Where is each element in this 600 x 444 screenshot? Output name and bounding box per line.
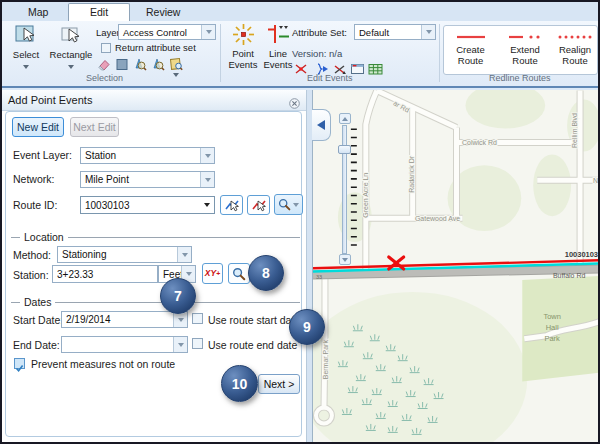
method-combo[interactable]: Stationing: [57, 246, 192, 263]
street-label-gatewood: Gatewood Ave: [415, 215, 460, 222]
line-events-button[interactable]: Line Events: [261, 23, 295, 70]
attribute-set-combo[interactable]: Default: [354, 24, 436, 40]
method-value: Stationing: [58, 249, 177, 260]
realign-route-label: Realign Route: [554, 44, 596, 66]
event-layer-value: Station: [81, 150, 200, 161]
tab-map[interactable]: Map: [14, 4, 62, 21]
collapse-panel-tab[interactable]: [312, 109, 331, 141]
location-group: Location: [11, 231, 300, 243]
end-date-dropdown-icon[interactable]: [173, 337, 187, 352]
attribute-set-dropdown-icon[interactable]: [421, 25, 435, 39]
xy-plus-icon: +: [216, 270, 220, 277]
park-label: Town Hall Park: [543, 312, 560, 343]
rectangle-icon: [59, 38, 83, 49]
selection-more-dropdown-icon[interactable]: [173, 73, 179, 77]
ribbon-tab-bar: Map Edit Review: [2, 2, 598, 21]
street-label-rellim: Rellim Blvd: [571, 113, 578, 148]
tab-edit[interactable]: Edit: [68, 3, 130, 21]
return-attribute-set-label: Return attribute set: [115, 42, 196, 53]
location-legend: Location: [20, 231, 68, 243]
point-events-label: Point Events: [226, 48, 260, 70]
extend-route-icon: [505, 33, 545, 44]
prevent-measures-checkbox[interactable]: [14, 358, 25, 369]
route-id-label: Route ID:: [13, 199, 57, 211]
svg-text:Park: Park: [544, 334, 560, 343]
panel-title: Add Point Events: [8, 94, 92, 106]
route-search-button[interactable]: [274, 194, 303, 215]
svg-text:Town: Town: [543, 312, 560, 321]
tab-review[interactable]: Review: [132, 4, 194, 21]
up-arrow-icon: [342, 117, 348, 121]
station-input[interactable]: 3+23.33: [52, 265, 158, 283]
realign-route-icon: [555, 33, 595, 44]
street-label-buffalo: Buffalo Rd: [553, 272, 586, 279]
route-id-value: 10030103: [81, 200, 200, 211]
zoom-slider-handle[interactable]: [338, 145, 351, 154]
return-attribute-set-checkbox[interactable]: [101, 43, 111, 53]
station-search-button[interactable]: [228, 263, 250, 284]
layer-value: Access Control: [119, 27, 201, 38]
checkmark-icon: [15, 364, 24, 373]
map-view[interactable]: ar Rd Colwick Rd Rellim Blvd Radarick Dr…: [312, 90, 598, 442]
route-point-x-marker: [389, 257, 404, 269]
event-layer-label: Event Layer:: [13, 149, 72, 161]
method-label: Method:: [13, 249, 51, 261]
use-route-start-date-label: Use route start date: [208, 314, 300, 326]
new-edit-button[interactable]: New Edit: [12, 117, 64, 137]
route-id-dropdown-icon[interactable]: [200, 197, 214, 213]
rectangle-label: Rectangle: [48, 49, 94, 60]
use-route-end-date-label: Use route end date: [208, 339, 297, 351]
route-number-label: 10030103: [565, 250, 598, 259]
redline-group-label: Redline Routes: [489, 73, 551, 83]
selection-group-label: Selection: [86, 73, 123, 83]
network-dropdown-icon[interactable]: [200, 172, 214, 187]
network-value: Mile Point: [81, 174, 200, 185]
create-route-button[interactable]: Create Route: [447, 28, 494, 66]
route-id-combo[interactable]: 10030103: [80, 196, 215, 214]
point-events-button[interactable]: Point Events: [226, 23, 260, 70]
callout-8: 8: [248, 255, 284, 291]
zoom-to-selection-icon[interactable]: [133, 57, 147, 75]
next-button[interactable]: Next >: [258, 374, 300, 394]
line-events-label: Line Events: [261, 48, 295, 70]
pan-to-selection-icon[interactable]: [151, 57, 165, 75]
end-date-combo[interactable]: [61, 336, 188, 353]
zoom-out-button[interactable]: [339, 254, 351, 265]
end-date-label: End Date:: [13, 339, 60, 351]
event-table-icon[interactable]: [368, 62, 383, 80]
next-edit-button[interactable]: Next Edit: [70, 117, 119, 137]
use-route-start-date-checkbox[interactable]: [192, 313, 203, 324]
event-layer-dropdown-icon[interactable]: [200, 148, 214, 163]
select-icon: [14, 38, 38, 49]
route-search-dropdown-icon[interactable]: [293, 203, 299, 207]
zoom-in-button[interactable]: [339, 113, 351, 124]
method-dropdown-icon[interactable]: [177, 247, 191, 262]
select-button[interactable]: Select: [6, 23, 46, 71]
network-label: Network:: [13, 173, 54, 185]
map-zoom-slider[interactable]: [338, 113, 352, 265]
rectangle-button[interactable]: Rectangle: [48, 23, 94, 71]
point-events-icon: [232, 37, 255, 48]
attribute-set-value: Default: [355, 27, 421, 38]
layer-dropdown-icon[interactable]: [201, 25, 215, 39]
rectangle-dropdown-icon[interactable]: [68, 65, 74, 69]
xy-locate-button[interactable]: XY+: [202, 263, 223, 284]
realign-route-button[interactable]: Realign Route: [554, 28, 596, 66]
select-dropdown-icon[interactable]: [23, 65, 29, 69]
use-route-end-date-checkbox[interactable]: [192, 338, 203, 349]
select-route-on-map-button[interactable]: [220, 195, 243, 215]
layer-combo[interactable]: Access Control: [118, 24, 216, 40]
ribbon: Select Rectangle Layer: Access Control R…: [2, 21, 598, 88]
start-date-combo[interactable]: 2/19/2014: [61, 311, 188, 328]
clear-route-selection-button[interactable]: [247, 195, 270, 215]
network-combo[interactable]: Mile Point: [80, 171, 215, 188]
route-shield-label: 33: [316, 274, 322, 280]
prevent-measures-label: Prevent measures not on route: [31, 358, 175, 370]
create-route-label: Create Route: [447, 44, 494, 66]
panel-header: Add Point Events: [2, 90, 306, 111]
start-date-dropdown-icon[interactable]: [173, 312, 187, 327]
station-label: Station:: [13, 269, 49, 281]
extend-route-button[interactable]: Extend Route: [499, 28, 551, 66]
event-layer-combo[interactable]: Station: [80, 147, 215, 164]
create-route-icon: [451, 33, 491, 44]
